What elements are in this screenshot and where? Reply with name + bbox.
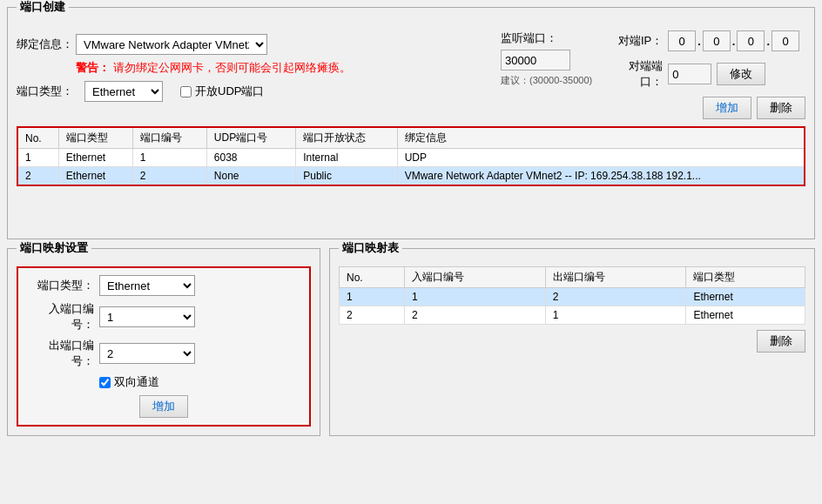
mapping-row[interactable]: 1 1 2 Ethernet bbox=[340, 288, 805, 306]
col-udp: UDP端口号 bbox=[206, 127, 295, 149]
port-mapping-settings-section: 端口映射设置 端口类型： Ethernet 入端口编号： 1 2 bbox=[7, 248, 320, 436]
bidirectional-label: 双向通道 bbox=[114, 374, 159, 390]
mapping-type-label: 端口类型： bbox=[29, 278, 94, 293]
out-port-row: 出端口编号： 1 2 bbox=[29, 338, 299, 369]
port-type-label: 端口类型： bbox=[17, 84, 69, 99]
peer-port-input[interactable] bbox=[668, 64, 711, 84]
delete-mapping-button[interactable]: 删除 bbox=[757, 330, 805, 353]
mapping-type-row: 端口类型： Ethernet bbox=[29, 275, 299, 296]
peer-ip-4[interactable] bbox=[771, 30, 799, 51]
delete-port-button[interactable]: 删除 bbox=[757, 97, 805, 119]
peer-ip-3[interactable] bbox=[737, 30, 765, 51]
mapping-type-select[interactable]: Ethernet bbox=[99, 275, 195, 296]
udp-label: 开放UDP端口 bbox=[195, 84, 264, 99]
in-port-select[interactable]: 1 2 bbox=[99, 306, 195, 327]
table-row[interactable]: 2 Ethernet 2 None Public VMware Network … bbox=[17, 167, 805, 186]
monitor-label: 监听端口： bbox=[501, 30, 592, 46]
mapping-header-row: No. 入端口编号 出端口编号 端口类型 bbox=[340, 267, 805, 288]
port-mapping-title: 端口映射设置 bbox=[17, 240, 91, 256]
mapping-add-row: 增加 bbox=[29, 395, 299, 418]
add-port-button[interactable]: 增加 bbox=[703, 97, 751, 119]
out-port-select[interactable]: 1 2 bbox=[99, 343, 195, 364]
bind-select[interactable]: VMware Network Adapter VMnet2 -- IP: 169… bbox=[76, 34, 267, 55]
port-create-title: 端口创建 bbox=[17, 0, 69, 15]
modify-button[interactable]: 修改 bbox=[717, 63, 765, 85]
mapping-row[interactable]: 2 2 1 Ethernet bbox=[340, 306, 805, 325]
col-type: 端口类型 bbox=[58, 127, 132, 149]
add-mapping-button[interactable]: 增加 bbox=[139, 395, 188, 418]
in-port-row: 入端口编号： 1 2 bbox=[29, 301, 299, 333]
map-col-type: 端口类型 bbox=[686, 267, 805, 288]
bind-info-row: 绑定信息： VMware Network Adapter VMnet2 -- I… bbox=[17, 34, 492, 55]
port-create-section: 端口创建 绑定信息： VMware Network Adapter VMnet2… bbox=[7, 7, 815, 239]
bidirectional-checkbox-row: 双向通道 bbox=[99, 374, 159, 390]
mapping-table: No. 入端口编号 出端口编号 端口类型 1 1 2 Ethernet 2 2 … bbox=[339, 266, 805, 325]
peer-ip-inputs: . . . bbox=[668, 30, 799, 51]
port-mapping-table-section: 端口映射表 No. 入端口编号 出端口编号 端口类型 1 1 2 Etherne… bbox=[329, 248, 815, 436]
peer-ip-1[interactable] bbox=[668, 30, 696, 51]
peer-ip-label: 对端IP： bbox=[615, 33, 663, 49]
warning-text: 请勿绑定公网网卡，否则可能会引起网络瘫痪。 bbox=[113, 60, 351, 76]
port-type-row: 端口类型： Ethernet 开放UDP端口 bbox=[17, 81, 492, 102]
suggest-text: 建议：(30000-35000) bbox=[501, 74, 592, 87]
monitor-input[interactable]: 30000 bbox=[501, 50, 570, 71]
port-table: No. 端口类型 端口编号 UDP端口号 端口开放状态 绑定信息 1 Ether… bbox=[17, 126, 805, 186]
col-state: 端口开放状态 bbox=[296, 127, 397, 149]
bottom-row: 端口映射设置 端口类型： Ethernet 入端口编号： 1 2 bbox=[7, 248, 815, 445]
table-header-row: No. 端口类型 端口编号 UDP端口号 端口开放状态 绑定信息 bbox=[17, 127, 805, 149]
port-type-select[interactable]: Ethernet bbox=[84, 81, 163, 102]
col-bind: 绑定信息 bbox=[397, 127, 805, 149]
udp-checkbox-row: 开放UDP端口 bbox=[180, 84, 264, 99]
peer-ip-2[interactable] bbox=[703, 30, 731, 51]
bidirectional-row: 双向通道 bbox=[29, 374, 299, 390]
warning-row: 警告： 请勿绑定公网网卡，否则可能会引起网络瘫痪。 bbox=[76, 60, 492, 76]
map-col-no: No. bbox=[340, 267, 405, 288]
bind-label: 绑定信息： bbox=[17, 37, 69, 52]
out-port-label: 出端口编号： bbox=[29, 338, 94, 369]
map-col-in: 入端口编号 bbox=[404, 267, 545, 288]
table-row[interactable]: 1 Ethernet 1 6038 Internal UDP bbox=[17, 149, 805, 167]
bidirectional-checkbox[interactable] bbox=[99, 377, 111, 388]
mapping-delete-row: 删除 bbox=[339, 330, 805, 353]
map-col-out: 出端口编号 bbox=[545, 267, 686, 288]
col-no: No. bbox=[17, 127, 58, 149]
in-port-label: 入端口编号： bbox=[29, 301, 94, 333]
mapping-table-title: 端口映射表 bbox=[339, 240, 402, 256]
peer-port-label: 对端端口： bbox=[615, 58, 663, 90]
mapping-form-box: 端口类型： Ethernet 入端口编号： 1 2 出端口编号： 1 bbox=[17, 266, 311, 427]
udp-checkbox[interactable] bbox=[180, 86, 192, 97]
col-portno: 端口编号 bbox=[132, 127, 206, 149]
warning-label: 警告： bbox=[76, 60, 110, 76]
